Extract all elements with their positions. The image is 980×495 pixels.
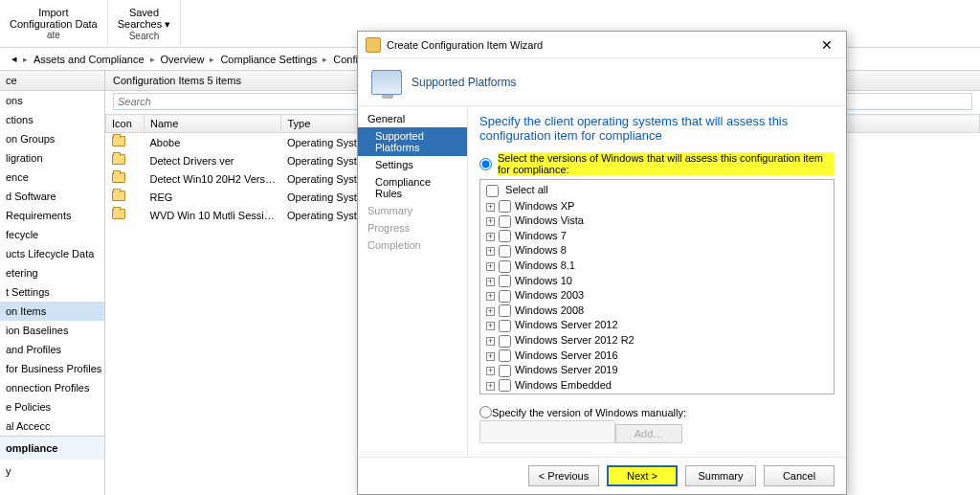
nav-item[interactable]: al Accecc: [0, 416, 104, 436]
tree-label: Windows Vista: [515, 214, 584, 226]
wizard-step[interactable]: Compliance Rules: [358, 173, 467, 202]
tree-item[interactable]: +Windows Server 2012: [486, 318, 828, 333]
next-button[interactable]: Next >: [607, 465, 678, 486]
nav-item[interactable]: fecycle: [0, 225, 104, 244]
tree-item[interactable]: −Windows 11All Windows 11 (ARM64)All Win…: [486, 393, 828, 394]
nav-head: ce: [0, 71, 104, 91]
nav-item[interactable]: ligration: [0, 148, 104, 168]
tree-checkbox[interactable]: [499, 349, 511, 362]
expand-icon[interactable]: +: [486, 292, 495, 301]
tree-item[interactable]: +Windows 8.1: [486, 259, 828, 274]
expand-icon[interactable]: +: [486, 217, 495, 226]
cell-name: Abobe: [145, 133, 281, 152]
col-name[interactable]: Name: [145, 115, 281, 133]
wizard-step[interactable]: Settings: [358, 156, 467, 173]
folder-icon: [112, 209, 125, 219]
nav-item[interactable]: ucts Lifecycle Data: [0, 244, 104, 263]
nav-item[interactable]: onnection Profiles: [0, 378, 104, 397]
tree-item[interactable]: +Windows 2008: [486, 304, 828, 319]
expand-icon[interactable]: +: [486, 382, 495, 391]
wizard-steps: GeneralSupported PlatformsSettingsCompli…: [358, 106, 468, 457]
expand-icon[interactable]: +: [486, 367, 495, 375]
cell-name: REG: [145, 188, 281, 206]
expand-icon[interactable]: +: [486, 307, 495, 316]
tree-label: Windows 2003: [515, 289, 584, 301]
tree-checkbox[interactable]: [499, 215, 511, 228]
platform-tree[interactable]: Select all +Windows XP+Windows Vista+Win…: [479, 179, 835, 394]
expand-icon[interactable]: +: [486, 352, 495, 361]
toolbar-import[interactable]: Import Configuration Data ate: [0, 0, 108, 47]
tree-checkbox[interactable]: [499, 379, 511, 392]
expand-icon[interactable]: +: [486, 203, 495, 212]
tree-item[interactable]: +Windows 2003: [486, 288, 828, 304]
nav-item[interactable]: e Policies: [0, 397, 104, 416]
nav-y[interactable]: y: [0, 460, 104, 483]
expand-icon[interactable]: +: [486, 278, 495, 286]
toolbar-saved-searches[interactable]: Saved Searches ▾ Search: [108, 0, 182, 47]
tree-checkbox[interactable]: [499, 335, 511, 348]
wizard-dialog: Create Configuration Item Wizard ✕ Suppo…: [357, 31, 847, 495]
tree-checkbox[interactable]: [499, 365, 511, 377]
expand-icon[interactable]: +: [486, 322, 495, 330]
nav-item[interactable]: for Business Profiles: [0, 359, 104, 378]
tree-label: Windows XP: [515, 200, 574, 212]
nav-item[interactable]: and Profiles: [0, 340, 104, 359]
tree-checkbox[interactable]: [499, 275, 511, 287]
toolbar-saved-l1: Saved: [118, 7, 171, 18]
wizard-step[interactable]: Progress: [358, 219, 467, 236]
tree-checkbox[interactable]: [499, 245, 511, 258]
cancel-button[interactable]: Cancel: [764, 465, 835, 486]
tree-item[interactable]: +Windows Vista: [486, 214, 828, 229]
tree-checkbox[interactable]: [499, 290, 511, 303]
expand-icon[interactable]: +: [486, 262, 495, 271]
breadcrumb-seg[interactable]: Compliance Settings: [216, 54, 321, 65]
tree-item[interactable]: +Windows 10: [486, 274, 828, 289]
wizard-step[interactable]: Supported Platforms: [358, 127, 467, 156]
nav-item[interactable]: etering: [0, 263, 104, 282]
previous-button[interactable]: < Previous: [528, 465, 599, 486]
nav-item[interactable]: d Software: [0, 187, 104, 206]
nav-compliance[interactable]: ompliance: [0, 437, 104, 460]
folder-icon: [112, 136, 125, 146]
tree-item[interactable]: +Windows Embedded: [486, 378, 828, 394]
tree-checkbox[interactable]: [499, 320, 511, 332]
breadcrumb-seg[interactable]: Assets and Compliance: [30, 54, 148, 65]
tree-checkbox[interactable]: [499, 304, 511, 317]
tree-item[interactable]: +Windows Server 2012 R2: [486, 333, 828, 349]
col-icon[interactable]: Icon: [106, 115, 145, 133]
wizard-step[interactable]: Completion: [358, 236, 467, 254]
tree-checkbox[interactable]: [499, 230, 511, 242]
toolbar-saved-l2: Searches ▾: [118, 18, 171, 31]
nav-item[interactable]: ons: [0, 91, 104, 110]
tree-item[interactable]: +Windows Server 2016: [486, 349, 828, 364]
expand-icon[interactable]: +: [486, 337, 495, 346]
nav-item[interactable]: on Items: [0, 302, 104, 321]
tree-item[interactable]: +Windows 7: [486, 229, 828, 244]
tree-item[interactable]: +Windows 8: [486, 243, 828, 259]
nav-item[interactable]: t Settings: [0, 282, 104, 302]
select-all-checkbox[interactable]: [486, 185, 499, 197]
summary-button[interactable]: Summary: [685, 465, 756, 486]
nav-item[interactable]: ctions: [0, 110, 104, 129]
toolbar-import-l2: Configuration Data: [10, 18, 98, 30]
breadcrumb-seg[interactable]: Overview: [157, 54, 209, 65]
tree-item[interactable]: +Windows XP: [486, 199, 828, 214]
tree-checkbox[interactable]: [499, 200, 511, 213]
nav-item[interactable]: ion Baselines: [0, 321, 104, 340]
wizard-step[interactable]: General: [358, 110, 467, 127]
tree-label: Windows 2008: [515, 304, 584, 316]
tree-checkbox[interactable]: [499, 260, 511, 273]
radio-select-versions[interactable]: [479, 158, 492, 170]
nav-item[interactable]: on Groups: [0, 129, 104, 148]
radio-manual-label: Specify the version of Windows manually:: [492, 407, 686, 418]
breadcrumb-back[interactable]: ◂: [8, 53, 21, 65]
expand-icon[interactable]: +: [486, 247, 495, 256]
radio-manual[interactable]: [479, 406, 492, 418]
nav-item[interactable]: Requirements: [0, 206, 104, 225]
expand-icon[interactable]: +: [486, 233, 495, 241]
tree-label: Windows Server 2012 R2: [515, 334, 635, 346]
tree-item[interactable]: +Windows Server 2019: [486, 363, 828, 378]
wizard-step[interactable]: Summary: [358, 202, 467, 219]
close-icon[interactable]: ✕: [815, 37, 838, 53]
nav-item[interactable]: ence: [0, 168, 104, 187]
